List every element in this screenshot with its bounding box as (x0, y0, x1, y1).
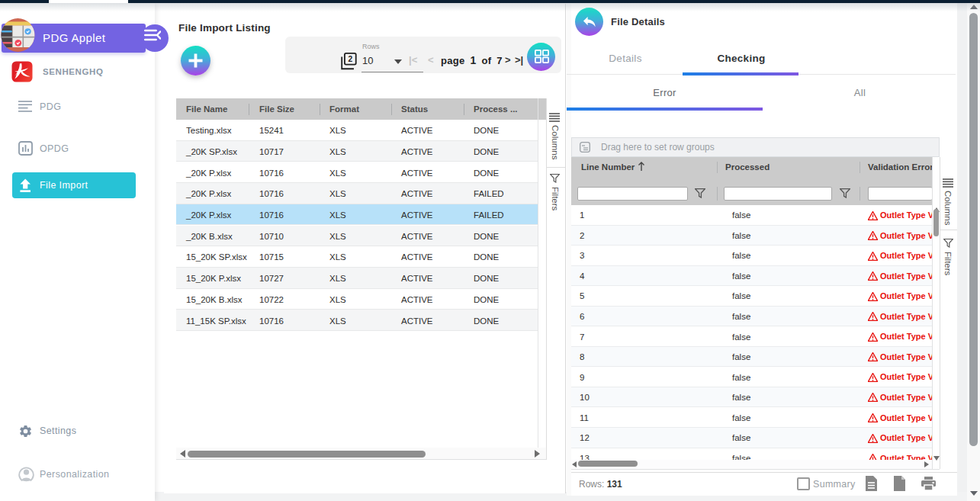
svg-text:2: 2 (348, 55, 352, 63)
